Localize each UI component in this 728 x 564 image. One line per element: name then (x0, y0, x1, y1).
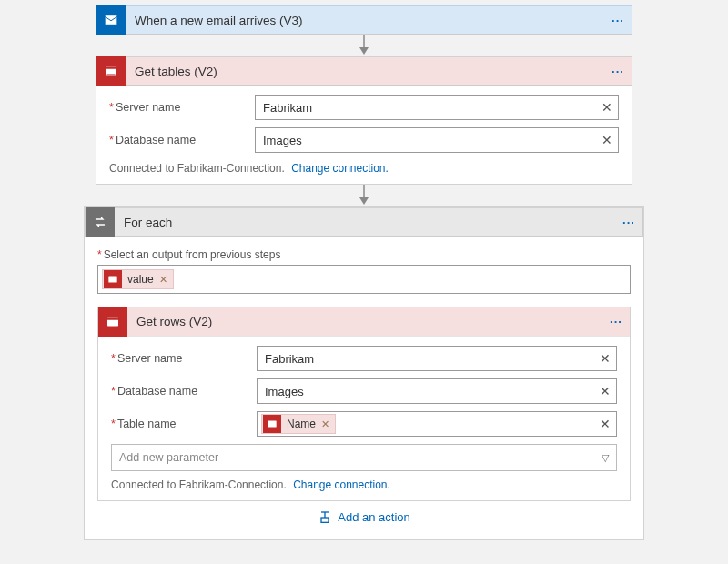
get-rows-title: Get rows (V2) (127, 315, 602, 328)
change-connection-link[interactable]: Change connection. (293, 478, 390, 491)
table-name-label: *Table name (111, 418, 257, 430)
for-each-step: For each ··· *Select an output from prev… (84, 206, 644, 540)
svg-rect-5 (106, 67, 116, 69)
server-name-input[interactable]: Fabrikam ✕ (255, 95, 619, 120)
database-name-input[interactable]: Images ✕ (257, 378, 617, 404)
clear-icon[interactable]: ✕ (596, 100, 618, 115)
get-rows-more-button[interactable]: ··· (602, 315, 630, 328)
name-token[interactable]: Name ✕ (261, 414, 336, 434)
value-token[interactable]: value ✕ (102, 269, 174, 289)
svg-rect-9 (108, 277, 116, 283)
add-parameter-dropdown[interactable]: Add new parameter ▽ (111, 444, 617, 471)
add-action-button[interactable]: Add an action (97, 501, 631, 529)
trigger-more-button[interactable]: ··· (604, 14, 632, 27)
token-remove-icon[interactable]: ✕ (157, 274, 173, 286)
database-name-label: *Database name (109, 134, 255, 146)
sql-icon (263, 415, 281, 433)
server-name-label: *Server name (109, 101, 255, 114)
clear-icon[interactable]: ✕ (594, 384, 616, 398)
output-select-label: *Select an output from previous steps (97, 248, 631, 261)
get-tables-more-button[interactable]: ··· (604, 65, 632, 78)
get-tables-title: Get tables (V2) (126, 65, 604, 78)
connection-status: Connected to Fabrikam-Connection. Change… (109, 160, 619, 176)
svg-rect-12 (268, 421, 276, 428)
for-each-more-button[interactable]: ··· (615, 216, 642, 229)
connection-status: Connected to Fabrikam-Connection. Change… (111, 477, 617, 493)
svg-rect-0 (105, 15, 117, 25)
sql-icon (98, 307, 127, 337)
database-name-label: *Database name (111, 385, 257, 398)
svg-rect-15 (321, 518, 329, 522)
sql-icon (104, 270, 122, 288)
trigger-title: When a new email arrives (V3) (126, 14, 604, 27)
table-name-input[interactable]: Name ✕ ✕ (257, 411, 617, 437)
clear-icon[interactable]: ✕ (596, 133, 618, 147)
clear-icon[interactable]: ✕ (594, 417, 616, 431)
output-select-input[interactable]: value ✕ (97, 265, 631, 294)
get-rows-step: Get rows (V2) ··· *Server name Fabrikam … (97, 307, 631, 501)
sql-icon (96, 56, 126, 86)
outlook-icon (96, 5, 126, 35)
arrow-connector (96, 35, 632, 56)
server-name-label: *Server name (111, 352, 257, 365)
svg-marker-3 (359, 47, 369, 55)
token-remove-icon[interactable]: ✕ (319, 418, 335, 430)
server-name-input[interactable]: Fabrikam ✕ (257, 346, 617, 371)
svg-rect-11 (107, 317, 118, 319)
clear-icon[interactable]: ✕ (594, 351, 616, 366)
trigger-step[interactable]: When a new email arrives (V3) ··· (96, 5, 632, 35)
change-connection-link[interactable]: Change connection. (291, 162, 389, 175)
chevron-down-icon: ▽ (602, 452, 609, 464)
arrow-connector (84, 185, 644, 206)
get-tables-step: Get tables (V2) ··· *Server name Fabrika… (96, 56, 632, 185)
for-each-title: For each (115, 216, 615, 229)
database-name-input[interactable]: Images ✕ (255, 127, 619, 153)
svg-marker-8 (359, 197, 369, 205)
loop-icon (86, 207, 115, 237)
